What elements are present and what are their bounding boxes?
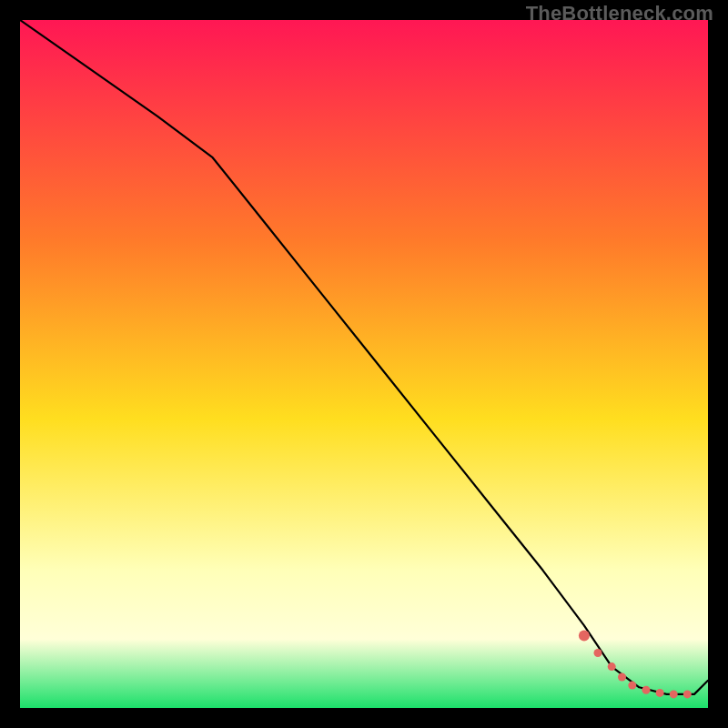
marker-dot — [642, 686, 651, 694]
marker-dot — [579, 631, 590, 642]
chart-svg — [20, 20, 708, 708]
chart-stage: TheBottleneck.com — [0, 0, 728, 728]
gradient-background — [20, 20, 708, 708]
marker-dot — [683, 690, 692, 698]
plot-area — [20, 20, 708, 708]
marker-dot — [670, 690, 678, 698]
marker-dot — [656, 689, 664, 697]
marker-dot — [608, 662, 616, 671]
marker-dot — [628, 682, 636, 690]
marker-dot — [594, 649, 602, 657]
marker-dot — [618, 673, 626, 682]
watermark-label: TheBottleneck.com — [526, 2, 713, 25]
